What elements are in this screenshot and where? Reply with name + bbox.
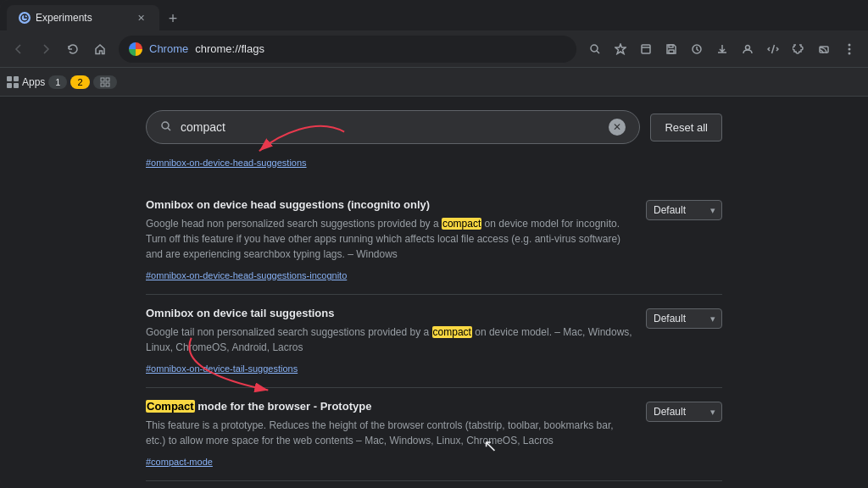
tab-label: Experiments: [36, 12, 92, 24]
history-icon[interactable]: [685, 37, 709, 61]
extensions-icon[interactable]: [787, 37, 810, 61]
highlight-compact-title: Compact: [146, 400, 195, 413]
search-icon-button[interactable]: [583, 37, 607, 61]
bookmark-2[interactable]: 2: [70, 75, 89, 89]
tab-experiments[interactable]: Experiments ✕: [7, 5, 159, 30]
bookmarks-bar: Apps 1 2: [0, 68, 868, 97]
flag-title-tail: Omnibox on device tail suggestions: [146, 307, 632, 319]
search-container: compact ✕ Reset all: [146, 110, 722, 144]
flags-list: Omnibox on device head suggestions (inco…: [146, 186, 722, 481]
flag-select-wrapper-compact: Default Enabled Disabled: [646, 402, 722, 422]
address-bar[interactable]: Chrome chrome://flags: [119, 36, 576, 63]
more-menu-button[interactable]: [837, 37, 861, 61]
svg-rect-14: [101, 83, 104, 86]
toolbar-icons-right: [583, 37, 861, 61]
svg-rect-5: [669, 45, 673, 47]
flag-select-tail[interactable]: Default Enabled Disabled: [646, 308, 722, 329]
flag-item-tail: Omnibox on device tail suggestions Googl…: [146, 295, 722, 388]
flag-control-compact: Default Enabled Disabled: [646, 400, 722, 422]
flag-select-incognito[interactable]: Default Enabled Disabled: [646, 200, 722, 220]
bookmark-3[interactable]: [93, 75, 117, 89]
address-text: chrome://flags: [195, 42, 566, 55]
flag-info-incognito: Omnibox on device head suggestions (inco…: [146, 198, 632, 282]
highlight-compact-1: compact: [442, 218, 481, 230]
flag-info-compact: Compact mode for the browser - Prototype…: [146, 400, 632, 469]
flag-desc-tail: Google tail non personalized search sugg…: [146, 324, 632, 355]
toolbar: Chrome chrome://flags: [0, 30, 868, 68]
flag-link-incognito[interactable]: #omnibox-on-device-head-suggestions-inco…: [146, 270, 347, 280]
home-button[interactable]: [88, 37, 112, 61]
svg-rect-4: [669, 50, 674, 53]
flag-control-incognito: Default Enabled Disabled: [646, 198, 722, 220]
site-label: Chrome: [149, 42, 188, 55]
flag-item-compact: Compact mode for the browser - Prototype…: [146, 388, 722, 481]
flag-link-compact[interactable]: #compact-mode: [146, 457, 213, 467]
flag-select-wrapper-tail: Default Enabled Disabled: [646, 308, 722, 329]
svg-point-10: [849, 47, 851, 50]
downloads-icon[interactable]: [710, 37, 734, 61]
svg-rect-13: [106, 78, 109, 81]
highlight-compact-2: compact: [432, 326, 472, 338]
flag-item-incognito: Omnibox on device head suggestions (inco…: [146, 186, 722, 295]
search-icon: [160, 120, 172, 135]
cast-icon[interactable]: [812, 37, 836, 61]
bookmark-1[interactable]: 1: [48, 75, 67, 89]
search-clear-button[interactable]: ✕: [609, 119, 626, 136]
apps-shortcut[interactable]: Apps: [7, 76, 45, 88]
flag-control-tail: Default Enabled Disabled: [646, 307, 722, 329]
flag-desc-incognito: Google head non personalized search sugg…: [146, 216, 632, 262]
svg-point-11: [849, 52, 851, 54]
tab-bar: Experiments ✕ +: [0, 0, 868, 30]
svg-rect-2: [642, 45, 650, 53]
svg-point-9: [849, 43, 851, 46]
flag-info-tail: Omnibox on device tail suggestions Googl…: [146, 307, 632, 375]
new-tab-button[interactable]: +: [161, 7, 185, 30]
svg-rect-12: [101, 78, 104, 81]
apps-label: Apps: [22, 76, 45, 88]
apps-grid-icon: [7, 76, 19, 88]
flags-page: compact ✕ Reset all #omnibox-on-device-h…: [0, 97, 868, 488]
svg-point-16: [162, 122, 169, 129]
reload-button[interactable]: [61, 37, 85, 61]
tab-close-button[interactable]: ✕: [134, 11, 147, 25]
save-icon[interactable]: [659, 37, 683, 61]
tab-favicon: [19, 12, 31, 24]
back-button[interactable]: [7, 37, 31, 61]
devtools-icon[interactable]: [761, 37, 785, 61]
forward-button[interactable]: [34, 37, 58, 61]
account-icon[interactable]: [736, 37, 760, 61]
flag-select-wrapper-incognito: Default Enabled Disabled: [646, 200, 722, 220]
tab-search-icon[interactable]: [634, 37, 658, 61]
svg-rect-15: [106, 83, 109, 86]
flag-link-tail[interactable]: #omnibox-on-device-tail-suggestions: [146, 363, 298, 374]
chrome-logo-icon: [129, 42, 142, 56]
search-input[interactable]: compact: [181, 120, 600, 134]
flag-title-incognito: Omnibox on device head suggestions (inco…: [146, 198, 632, 211]
flag-select-compact[interactable]: Default Enabled Disabled: [646, 402, 722, 422]
search-box[interactable]: compact ✕: [146, 110, 640, 144]
top-anchor-link[interactable]: #omnibox-on-device-head-suggestions: [146, 158, 722, 168]
flag-desc-compact: This feature is a prototype. Reduces the…: [146, 418, 632, 448]
svg-point-7: [746, 45, 750, 49]
svg-point-1: [591, 45, 598, 52]
flag-title-compact: Compact mode for the browser - Prototype: [146, 400, 632, 413]
reset-all-button[interactable]: Reset all: [650, 114, 722, 141]
bookmark-star-button[interactable]: [609, 37, 632, 61]
